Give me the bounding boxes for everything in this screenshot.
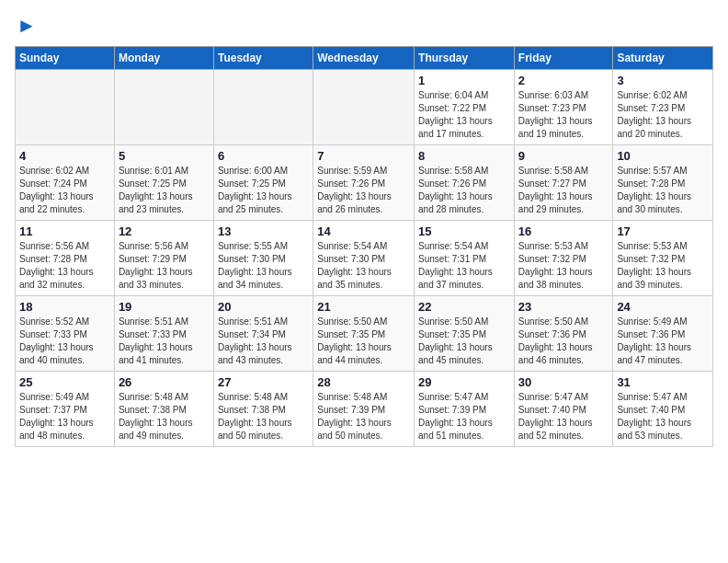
week-row-4: 18Sunrise: 5:52 AM Sunset: 7:33 PM Dayli… — [16, 296, 713, 372]
day-info: Sunrise: 5:56 AM Sunset: 7:29 PM Dayligh… — [119, 240, 210, 292]
day-cell: 7Sunrise: 5:59 AM Sunset: 7:26 PM Daylig… — [313, 145, 415, 221]
day-number: 14 — [317, 224, 410, 238]
day-info: Sunrise: 5:55 AM Sunset: 7:30 PM Dayligh… — [218, 240, 309, 292]
day-cell: 2Sunrise: 6:03 AM Sunset: 7:23 PM Daylig… — [514, 70, 613, 145]
day-info: Sunrise: 6:04 AM Sunset: 7:22 PM Dayligh… — [418, 89, 510, 141]
header-day-tuesday: Tuesday — [213, 47, 313, 70]
day-cell: 8Sunrise: 5:58 AM Sunset: 7:26 PM Daylig… — [415, 145, 515, 221]
day-info: Sunrise: 5:48 AM Sunset: 7:39 PM Dayligh… — [317, 391, 410, 442]
day-cell: 17Sunrise: 5:53 AM Sunset: 7:32 PM Dayli… — [613, 221, 713, 296]
day-number: 2 — [518, 74, 609, 87]
day-cell: 4Sunrise: 6:02 AM Sunset: 7:24 PM Daylig… — [16, 145, 115, 221]
day-cell: 6Sunrise: 6:00 AM Sunset: 7:25 PM Daylig… — [213, 145, 313, 221]
day-info: Sunrise: 5:50 AM Sunset: 7:36 PM Dayligh… — [518, 316, 609, 367]
day-info: Sunrise: 5:47 AM Sunset: 7:40 PM Dayligh… — [518, 391, 609, 442]
day-cell: 20Sunrise: 5:51 AM Sunset: 7:34 PM Dayli… — [213, 296, 313, 372]
day-number: 26 — [119, 375, 210, 389]
day-info: Sunrise: 5:58 AM Sunset: 7:27 PM Dayligh… — [518, 165, 609, 216]
week-row-3: 11Sunrise: 5:56 AM Sunset: 7:28 PM Dayli… — [16, 221, 713, 296]
day-number: 15 — [418, 224, 510, 238]
day-info: Sunrise: 5:48 AM Sunset: 7:38 PM Dayligh… — [119, 391, 210, 442]
day-info: Sunrise: 5:50 AM Sunset: 7:35 PM Dayligh… — [317, 316, 410, 367]
header-day-sunday: Sunday — [16, 47, 115, 70]
calendar-body: 1Sunrise: 6:04 AM Sunset: 7:22 PM Daylig… — [16, 70, 713, 447]
day-info: Sunrise: 5:48 AM Sunset: 7:38 PM Dayligh… — [218, 391, 309, 442]
day-number: 11 — [19, 224, 110, 238]
day-cell: 27Sunrise: 5:48 AM Sunset: 7:38 PM Dayli… — [213, 372, 313, 447]
day-info: Sunrise: 5:51 AM Sunset: 7:33 PM Dayligh… — [119, 316, 210, 367]
day-number: 19 — [119, 300, 210, 314]
day-info: Sunrise: 5:49 AM Sunset: 7:36 PM Dayligh… — [617, 316, 709, 367]
day-info: Sunrise: 6:01 AM Sunset: 7:25 PM Dayligh… — [119, 165, 210, 216]
day-cell: 15Sunrise: 5:54 AM Sunset: 7:31 PM Dayli… — [415, 221, 515, 296]
day-number: 13 — [218, 224, 309, 238]
day-number: 25 — [19, 375, 110, 389]
day-number: 28 — [317, 375, 410, 389]
day-cell: 5Sunrise: 6:01 AM Sunset: 7:25 PM Daylig… — [114, 145, 213, 221]
day-info: Sunrise: 5:57 AM Sunset: 7:28 PM Dayligh… — [617, 165, 709, 216]
day-number: 3 — [617, 74, 709, 87]
day-cell: 28Sunrise: 5:48 AM Sunset: 7:39 PM Dayli… — [313, 372, 415, 447]
day-cell: 26Sunrise: 5:48 AM Sunset: 7:38 PM Dayli… — [114, 372, 213, 447]
day-cell — [16, 70, 115, 145]
logo-triangle-icon: ► — [17, 14, 37, 37]
calendar-table: SundayMondayTuesdayWednesdayThursdayFrid… — [15, 46, 713, 447]
day-number: 4 — [19, 149, 110, 163]
day-cell: 14Sunrise: 5:54 AM Sunset: 7:30 PM Dayli… — [313, 221, 415, 296]
week-row-1: 1Sunrise: 6:04 AM Sunset: 7:22 PM Daylig… — [16, 70, 713, 145]
day-cell — [313, 70, 415, 145]
day-cell: 1Sunrise: 6:04 AM Sunset: 7:22 PM Daylig… — [415, 70, 515, 145]
week-row-5: 25Sunrise: 5:49 AM Sunset: 7:37 PM Dayli… — [16, 372, 713, 447]
day-info: Sunrise: 6:03 AM Sunset: 7:23 PM Dayligh… — [518, 89, 609, 141]
day-cell: 18Sunrise: 5:52 AM Sunset: 7:33 PM Dayli… — [16, 296, 115, 372]
page-header: ► — [15, 15, 713, 37]
day-cell — [213, 70, 313, 145]
day-number: 5 — [119, 149, 210, 163]
day-info: Sunrise: 5:49 AM Sunset: 7:37 PM Dayligh… — [19, 391, 110, 442]
day-info: Sunrise: 5:59 AM Sunset: 7:26 PM Dayligh… — [317, 165, 410, 216]
day-number: 31 — [617, 375, 709, 389]
day-info: Sunrise: 5:53 AM Sunset: 7:32 PM Dayligh… — [518, 240, 609, 292]
day-cell: 13Sunrise: 5:55 AM Sunset: 7:30 PM Dayli… — [213, 221, 313, 296]
day-number: 29 — [418, 375, 510, 389]
header-day-saturday: Saturday — [613, 47, 713, 70]
day-info: Sunrise: 5:54 AM Sunset: 7:31 PM Dayligh… — [418, 240, 510, 292]
day-info: Sunrise: 5:51 AM Sunset: 7:34 PM Dayligh… — [218, 316, 309, 367]
day-number: 17 — [617, 224, 709, 238]
day-number: 20 — [218, 300, 309, 314]
header-day-friday: Friday — [514, 47, 613, 70]
day-number: 23 — [518, 300, 609, 314]
day-cell: 22Sunrise: 5:50 AM Sunset: 7:35 PM Dayli… — [415, 296, 515, 372]
day-info: Sunrise: 6:02 AM Sunset: 7:23 PM Dayligh… — [617, 89, 709, 141]
day-info: Sunrise: 6:02 AM Sunset: 7:24 PM Dayligh… — [19, 165, 110, 216]
day-cell: 16Sunrise: 5:53 AM Sunset: 7:32 PM Dayli… — [514, 221, 613, 296]
day-cell: 31Sunrise: 5:47 AM Sunset: 7:40 PM Dayli… — [613, 372, 713, 447]
day-info: Sunrise: 5:47 AM Sunset: 7:39 PM Dayligh… — [418, 391, 510, 442]
day-info: Sunrise: 5:53 AM Sunset: 7:32 PM Dayligh… — [617, 240, 709, 292]
day-info: Sunrise: 5:58 AM Sunset: 7:26 PM Dayligh… — [418, 165, 510, 216]
day-cell: 21Sunrise: 5:50 AM Sunset: 7:35 PM Dayli… — [313, 296, 415, 372]
day-number: 8 — [418, 149, 510, 163]
day-cell: 19Sunrise: 5:51 AM Sunset: 7:33 PM Dayli… — [114, 296, 213, 372]
day-number: 9 — [518, 149, 609, 163]
day-info: Sunrise: 5:54 AM Sunset: 7:30 PM Dayligh… — [317, 240, 410, 292]
day-number: 18 — [19, 300, 110, 314]
day-info: Sunrise: 5:47 AM Sunset: 7:40 PM Dayligh… — [617, 391, 709, 442]
header-day-monday: Monday — [114, 47, 213, 70]
day-number: 12 — [119, 224, 210, 238]
day-number: 27 — [218, 375, 309, 389]
day-cell: 23Sunrise: 5:50 AM Sunset: 7:36 PM Dayli… — [514, 296, 613, 372]
day-number: 30 — [518, 375, 609, 389]
day-cell: 3Sunrise: 6:02 AM Sunset: 7:23 PM Daylig… — [613, 70, 713, 145]
day-cell: 29Sunrise: 5:47 AM Sunset: 7:39 PM Dayli… — [415, 372, 515, 447]
day-cell: 11Sunrise: 5:56 AM Sunset: 7:28 PM Dayli… — [16, 221, 115, 296]
day-info: Sunrise: 5:52 AM Sunset: 7:33 PM Dayligh… — [19, 316, 110, 367]
calendar-header: SundayMondayTuesdayWednesdayThursdayFrid… — [16, 47, 713, 70]
day-cell: 24Sunrise: 5:49 AM Sunset: 7:36 PM Dayli… — [613, 296, 713, 372]
day-number: 1 — [418, 74, 510, 87]
logo: ► — [15, 15, 37, 37]
day-info: Sunrise: 6:00 AM Sunset: 7:25 PM Dayligh… — [218, 165, 309, 216]
day-cell: 10Sunrise: 5:57 AM Sunset: 7:28 PM Dayli… — [613, 145, 713, 221]
day-number: 22 — [418, 300, 510, 314]
day-number: 24 — [617, 300, 709, 314]
